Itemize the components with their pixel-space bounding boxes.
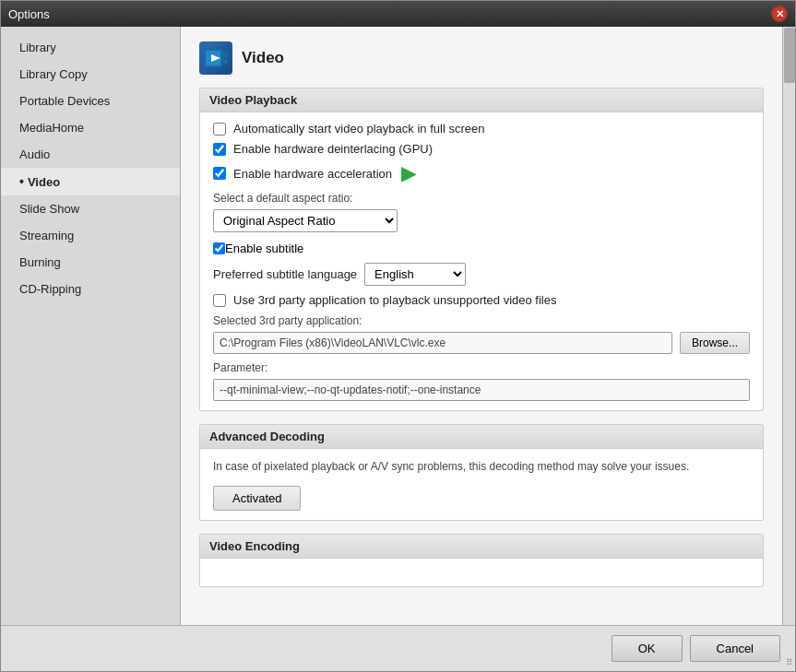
video-playback-section: Video Playback Automatically start video… [199, 88, 764, 411]
hardware-deinterlacing-checkbox[interactable] [213, 143, 226, 156]
sidebar-item-cd-ripping[interactable]: CD-Ripping [1, 276, 180, 302]
advanced-decoding-section: Advanced Decoding In case of pixelated p… [199, 424, 764, 521]
advanced-decoding-description: In case of pixelated playback or A/V syn… [213, 458, 750, 475]
third-party-row: Use 3rd party application to playback un… [213, 293, 750, 307]
cancel-button[interactable]: Cancel [690, 635, 780, 662]
sidebar-item-portable-devices[interactable]: Portable Devices [1, 88, 180, 114]
section-title: Video [242, 49, 284, 67]
hardware-deinterlacing-label[interactable]: Enable hardware deinterlacing (GPU) [233, 142, 433, 156]
sidebar-item-library-copy[interactable]: Library Copy [1, 61, 180, 88]
video-encoding-header: Video Encoding [200, 535, 763, 559]
subtitle-language-label: Preferred subtitle language [213, 267, 357, 281]
dialog-footer: OK Cancel ⠿ [1, 625, 795, 671]
auto-fullscreen-row: Automatically start video playback in fu… [213, 122, 750, 136]
sidebar-item-burning[interactable]: Burning [1, 249, 180, 276]
video-playback-header: Video Playback [200, 88, 763, 112]
subtitle-language-row: Preferred subtitle language English Fren… [213, 263, 750, 286]
parameter-label: Parameter: [213, 361, 750, 374]
parameter-input[interactable] [213, 379, 750, 401]
hardware-acceleration-label[interactable]: Enable hardware acceleration [233, 167, 392, 181]
activated-button[interactable]: Activated [213, 486, 301, 511]
green-arrow-icon: ▶ [401, 162, 415, 184]
third-party-app-input[interactable] [213, 332, 672, 354]
auto-fullscreen-label[interactable]: Automatically start video playback in fu… [233, 122, 484, 136]
main-content: Video Video Playback Automatically start… [181, 27, 782, 625]
video-playback-body: Automatically start video playback in fu… [200, 112, 763, 410]
arrow-indicator: ▶ [401, 162, 415, 184]
hardware-acceleration-checkbox[interactable] [213, 167, 226, 180]
title-bar: Options ✕ [1, 1, 795, 27]
advanced-decoding-body: In case of pixelated playback or A/V syn… [200, 449, 763, 520]
enable-subtitle-row: Enable subtitle [213, 242, 750, 255]
video-encoding-body [200, 559, 763, 586]
scrollbar-thumb[interactable] [784, 28, 795, 83]
section-header: Video [199, 41, 764, 75]
aspect-ratio-select[interactable]: Original Aspect Ratio 4:3 16:9 Fit to Sc… [213, 209, 398, 232]
browse-button[interactable]: Browse... [680, 332, 750, 354]
hardware-deinterlacing-row: Enable hardware deinterlacing (GPU) [213, 142, 750, 156]
options-dialog: Options ✕ Library Library Copy Portable … [0, 0, 796, 672]
video-encoding-section: Video Encoding [199, 534, 764, 587]
sidebar-item-video[interactable]: Video [1, 168, 180, 195]
hardware-acceleration-row: Enable hardware acceleration ▶ [213, 162, 750, 184]
third-party-app-row: Browse... [213, 332, 750, 354]
close-button[interactable]: ✕ [771, 6, 788, 22]
sidebar-item-audio[interactable]: Audio [1, 141, 180, 168]
sidebar-item-library[interactable]: Library [1, 34, 180, 61]
aspect-ratio-row: Original Aspect Ratio 4:3 16:9 Fit to Sc… [213, 209, 750, 232]
auto-fullscreen-checkbox[interactable] [213, 123, 226, 136]
svg-rect-4 [222, 59, 228, 64]
sidebar-item-streaming[interactable]: Streaming [1, 222, 180, 249]
advanced-decoding-header: Advanced Decoding [200, 425, 763, 449]
video-section-icon [199, 41, 232, 75]
content-area: Library Library Copy Portable Devices Me… [1, 27, 795, 625]
sidebar-item-slide-show[interactable]: Slide Show [1, 195, 180, 222]
svg-rect-3 [222, 53, 228, 57]
third-party-checkbox[interactable] [213, 294, 226, 307]
enable-subtitle-checkbox[interactable] [213, 242, 225, 254]
resize-grip-icon: ⠿ [786, 657, 791, 667]
ok-button[interactable]: OK [612, 635, 683, 662]
scrollbar[interactable] [782, 27, 795, 625]
sidebar: Library Library Copy Portable Devices Me… [1, 27, 181, 625]
third-party-app-label: Selected 3rd party application: [213, 314, 750, 327]
third-party-label[interactable]: Use 3rd party application to playback un… [233, 293, 557, 307]
dialog-title: Options [8, 7, 50, 21]
aspect-ratio-label: Select a default aspect ratio: [213, 192, 750, 205]
subtitle-language-select[interactable]: English French German Spanish Italian [364, 263, 466, 286]
enable-subtitle-label[interactable]: Enable subtitle [225, 242, 303, 255]
sidebar-item-mediahome[interactable]: MediaHome [1, 114, 180, 141]
